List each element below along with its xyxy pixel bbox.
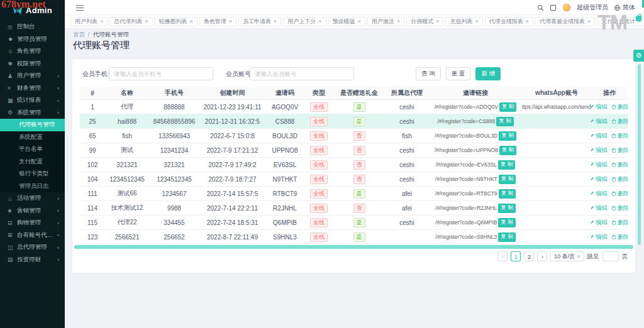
sidebar-collapse-icon[interactable] <box>76 5 84 11</box>
edit-button[interactable]: 编辑 <box>591 132 608 140</box>
tab-close-icon[interactable]: × <box>229 19 232 25</box>
add-button[interactable]: 新 增 <box>475 67 501 80</box>
edit-button[interactable]: 编辑 <box>591 175 608 183</box>
current-user-name[interactable]: 超级管理员 <box>577 3 608 12</box>
delete-button[interactable]: 删除 <box>611 175 628 183</box>
account-filter-input[interactable] <box>250 67 354 80</box>
tab-close-icon[interactable]: × <box>475 19 478 25</box>
language-switcher[interactable]: 简体 <box>614 3 635 12</box>
tab-close-icon[interactable]: × <box>100 19 103 25</box>
edit-button[interactable]: 编辑 <box>591 118 608 126</box>
reset-button[interactable]: 重 置 <box>446 67 471 80</box>
sidebar-item[interactable]: ⚙系统管理∧ <box>0 107 65 119</box>
tab-close-icon[interactable]: × <box>397 19 400 25</box>
search-icon[interactable] <box>537 4 544 11</box>
sidebar-item[interactable]: ♚权限管理 <box>0 58 65 70</box>
tab[interactable]: 用户激活× <box>367 17 404 26</box>
sidebar-item[interactable]: ◎控制台 <box>0 21 65 33</box>
table-row[interactable]: 1代理8888882021-12-23 19:41:11AGOQ0V全线是ces… <box>80 100 628 114</box>
table-row[interactable]: 114技术测试1299882022-7-14 22:2:11R2JNHL全线否a… <box>80 201 628 216</box>
delete-button[interactable]: 删除 <box>611 190 628 198</box>
tab-close-icon[interactable]: × <box>145 19 148 25</box>
delete-button[interactable]: 删除 <box>611 204 628 212</box>
tab[interactable]: 用户列表× <box>70 17 108 26</box>
copy-link-button[interactable]: 复 制 <box>499 102 516 112</box>
page-next-button[interactable]: › <box>537 251 547 261</box>
tab[interactable]: 总代理列表× <box>109 17 152 26</box>
phone-filter-input[interactable] <box>109 67 213 80</box>
tab[interactable]: 分佣模式× <box>406 17 443 26</box>
tab[interactable]: 角色管理× <box>199 17 236 26</box>
delete-button[interactable]: 删除 <box>611 103 628 111</box>
tab-close-icon[interactable]: × <box>358 19 361 25</box>
edit-button[interactable]: 编辑 <box>591 233 608 241</box>
copy-link-button[interactable]: 复 制 <box>499 175 516 184</box>
tab[interactable]: 充值列表× <box>445 17 482 26</box>
copy-link-button[interactable]: 复 制 <box>498 232 515 242</box>
sidebar-item-active[interactable]: 代理账号管理 <box>0 119 65 131</box>
sidebar-subitem[interactable]: 管理员日志 <box>0 180 65 193</box>
tab-close-icon[interactable]: × <box>274 19 277 25</box>
page-number-button[interactable]: 1 <box>511 251 521 261</box>
fullscreen-icon[interactable] <box>550 4 557 11</box>
delete-button[interactable]: 删除 <box>611 161 628 169</box>
table-row[interactable]: 111测试6612345672022-7-14 15:57:5RTBCT9全线是… <box>80 187 628 201</box>
sidebar-item[interactable]: ⊞自有账号代收付∨ <box>0 229 65 242</box>
tab[interactable]: 预设模版× <box>328 17 365 26</box>
sidebar-item[interactable]: ▤投资理财∨ <box>0 254 65 266</box>
sidebar-item[interactable]: ☺角色管理 <box>0 45 65 58</box>
delete-button[interactable]: 删除 <box>611 233 628 241</box>
tab[interactable]: 轮播图列表× <box>155 17 197 26</box>
tab[interactable]: 用户上下分× <box>283 17 326 26</box>
tab-close-icon[interactable]: × <box>318 19 321 25</box>
table-row[interactable]: 65fish1335669432022-6-7 15:0:8BOUL3D全线否f… <box>80 129 628 143</box>
tab-close-icon[interactable]: × <box>526 19 529 25</box>
tab[interactable]: 员工申请表× <box>238 17 281 26</box>
tab-close-icon[interactable]: × <box>436 19 439 25</box>
sidebar-subitem[interactable]: 平台名单 <box>0 143 65 156</box>
page-prev-button[interactable]: ‹ <box>497 251 508 261</box>
tab[interactable]: 代理客服业绩报表× <box>535 17 595 26</box>
copy-link-button[interactable]: 复 制 <box>498 160 515 170</box>
page-size-select[interactable]: 10 条/页∨ <box>550 251 584 261</box>
sidebar-item[interactable]: ♨活动管理∨ <box>0 192 65 205</box>
table-row[interactable]: 104123451234512345123452022-7-9 18:7:27N… <box>80 172 628 187</box>
vertical-scrollbar[interactable] <box>638 64 641 245</box>
breadcrumb-home[interactable]: 首页 <box>73 31 85 39</box>
edit-button[interactable]: 编辑 <box>591 161 608 169</box>
sidebar-item[interactable]: ♟用户管理∨ <box>0 70 65 82</box>
table-row[interactable]: 12325665212566522022-8-7 22:11:49S9HNL3全… <box>80 230 628 244</box>
sidebar-item[interactable]: ◈营销管理∨ <box>0 205 65 217</box>
delete-button[interactable]: 删除 <box>611 118 628 126</box>
copy-link-button[interactable]: 复 制 <box>499 146 516 155</box>
app-logo[interactable]: Admin <box>0 0 65 21</box>
table-row[interactable]: 25hai8888456888558962021-12-31 16:32:5CS… <box>80 114 628 129</box>
sidebar-item[interactable]: ⊟购物管理∨ <box>0 217 65 229</box>
copy-link-button[interactable]: 复 制 <box>499 189 516 199</box>
sidebar-subitem[interactable]: 系统配置 <box>0 131 65 144</box>
delete-button[interactable]: 删除 <box>611 132 628 140</box>
sidebar-item[interactable]: ☻管理员管理 <box>0 33 65 46</box>
edit-button[interactable]: 编辑 <box>591 103 608 111</box>
user-avatar[interactable] <box>562 3 571 12</box>
table-row[interactable]: 99测试123412342022-7-9 17:21:12UPPNO8全线否ce… <box>80 143 628 158</box>
search-button[interactable]: 查 询 <box>416 67 441 80</box>
theme-settings-button[interactable]: ⚙ <box>633 50 644 62</box>
sidebar-subitem[interactable]: 银行卡类型 <box>0 168 65 180</box>
sidebar-subitem[interactable]: 支付配置 <box>0 156 65 168</box>
copy-link-button[interactable]: 复 制 <box>498 218 515 227</box>
edit-button[interactable]: 编辑 <box>591 204 608 212</box>
tab-close-icon[interactable]: × <box>190 19 193 25</box>
edit-button[interactable]: 编辑 <box>591 146 608 155</box>
table-row[interactable]: 1023213213213212022-7-9 17:49:2EV63SL全线否… <box>80 158 628 172</box>
page-number-button[interactable]: 2 <box>524 251 534 261</box>
copy-link-button[interactable]: 复 制 <box>499 131 516 141</box>
copy-link-button[interactable]: 复 制 <box>496 117 513 126</box>
sidebar-item[interactable]: ¤财务管理∨ <box>0 82 65 95</box>
table-row[interactable]: 115代理223344552022-7-24 18:5:31Q6MPIB全线是c… <box>80 216 628 230</box>
horizontal-scrollbar[interactable] <box>74 245 633 249</box>
delete-button[interactable]: 删除 <box>611 146 628 155</box>
tab[interactable]: 代理业绩报表× <box>485 17 533 26</box>
jump-page-input[interactable] <box>602 251 619 261</box>
copy-link-button[interactable]: 复 制 <box>498 204 515 213</box>
